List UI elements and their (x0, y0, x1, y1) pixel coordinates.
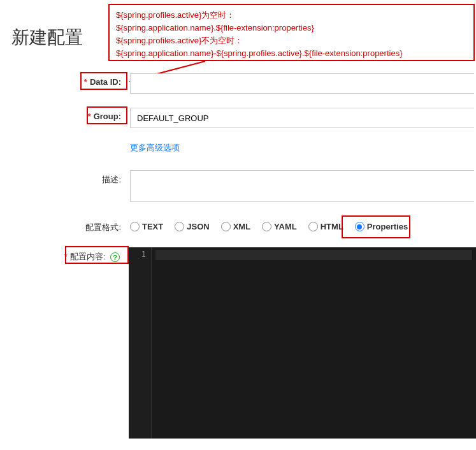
row-more-options: 更多高级选项 (0, 142, 476, 154)
config-form: *Data ID: *Group: 更多高级选项 描述: 配置格式: (0, 73, 476, 450)
required-mark: * (88, 112, 91, 121)
row-group: *Group: (0, 108, 476, 128)
description-textarea[interactable] (130, 170, 474, 202)
group-input[interactable] (130, 108, 474, 128)
row-data-id: *Data ID: (0, 73, 476, 94)
radio-circle-icon (130, 222, 140, 231)
editor-area[interactable] (152, 247, 476, 439)
radio-circle-icon (308, 222, 318, 231)
label-description: 描述: (0, 170, 127, 185)
label-group: *Group: (0, 108, 127, 121)
radio-html[interactable]: HTML (308, 222, 343, 231)
radio-circle-selected-icon (355, 222, 364, 231)
radio-json[interactable]: JSON (175, 222, 209, 231)
annotation-line-1: ${spring.profiles.active}为空时： (116, 9, 467, 22)
radio-circle-icon (221, 222, 231, 231)
radio-circle-icon (175, 222, 184, 231)
active-line-highlight (155, 250, 472, 260)
radio-properties[interactable]: Properties (355, 222, 408, 231)
data-id-input[interactable] (130, 73, 474, 94)
editor-gutter: 1 (129, 247, 152, 439)
required-mark: * (64, 252, 68, 261)
annotation-line-4: ${spring.application.name}-${spring.prof… (116, 47, 467, 60)
row-description: 描述: (0, 170, 476, 204)
more-options-link[interactable]: 更多高级选项 (130, 143, 180, 152)
label-content: *配置内容: ? (0, 247, 126, 263)
line-number: 1 (129, 250, 146, 259)
content-code-editor[interactable]: 1 (129, 247, 476, 439)
annotation-line-2: ${spring.application.name}.${file-extens… (116, 22, 467, 34)
format-radio-group: TEXT JSON XML YAML HTML (130, 218, 476, 231)
page-title: 新建配置 (11, 25, 83, 50)
label-format: 配置格式: (0, 218, 127, 233)
radio-text[interactable]: TEXT (130, 222, 163, 231)
row-content: *配置内容: ? 1 (0, 247, 476, 439)
annotation-callout: ${spring.profiles.active}为空时： ${spring.a… (108, 4, 475, 61)
radio-circle-icon (262, 222, 271, 231)
help-icon[interactable]: ? (110, 252, 120, 262)
required-mark: * (84, 77, 87, 87)
row-format: 配置格式: TEXT JSON XML YAML (0, 218, 476, 233)
radio-xml[interactable]: XML (221, 222, 250, 231)
annotation-line-3: ${spring.profiles.active}不为空时： (116, 34, 467, 47)
radio-yaml[interactable]: YAML (262, 222, 297, 231)
label-data-id: *Data ID: (0, 73, 127, 87)
